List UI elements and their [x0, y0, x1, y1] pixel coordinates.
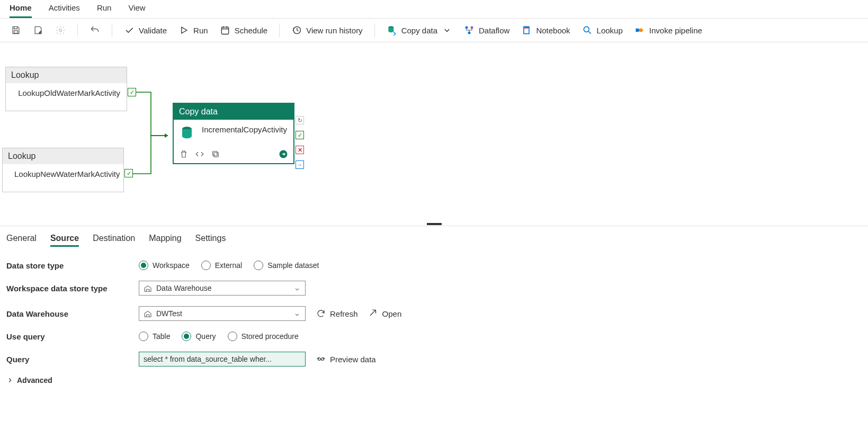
history-icon: [291, 25, 302, 35]
retry-port-icon[interactable]: ↻: [296, 116, 304, 124]
activity-settings-tabs: General Source Destination Mapping Setti…: [0, 226, 868, 252]
svg-rect-0: [14, 31, 18, 33]
svg-point-19: [321, 358, 324, 361]
code-icon[interactable]: [195, 149, 204, 159]
success-port-icon[interactable]: ✓: [296, 131, 304, 139]
select-workspace-ds-type[interactable]: Data Warehouse: [139, 281, 306, 296]
svg-rect-2: [221, 27, 228, 34]
menu-tab-run[interactable]: Run: [97, 3, 112, 18]
top-menu: Home Activities Run View: [0, 0, 868, 19]
radio-sample-dataset[interactable]: Sample dataset: [254, 261, 319, 270]
warehouse-icon: [144, 284, 152, 293]
tab-destination[interactable]: Destination: [93, 231, 135, 247]
run-activity-icon[interactable]: [279, 149, 288, 159]
preview-data-button[interactable]: Preview data: [316, 354, 376, 364]
skip-port-icon[interactable]: →: [296, 160, 304, 169]
activity-type-label: Lookup: [6, 67, 127, 83]
success-port-icon[interactable]: ✓: [124, 169, 133, 177]
validate-button[interactable]: Validate: [121, 23, 170, 38]
activity-name-label: IncrementalCopyActivity: [202, 125, 287, 135]
menu-tab-activities[interactable]: Activities: [49, 3, 80, 18]
lookup-button[interactable]: Lookup: [579, 23, 626, 38]
radio-workspace[interactable]: Workspace: [139, 261, 190, 270]
svg-point-18: [318, 358, 321, 361]
notebook-icon: [521, 25, 532, 35]
tab-general[interactable]: General: [6, 231, 37, 247]
tab-source[interactable]: Source: [50, 231, 79, 247]
search-icon: [12, 88, 13, 105]
svg-point-5: [466, 26, 468, 29]
svg-point-7: [468, 32, 471, 34]
pipeline-icon: [634, 25, 645, 35]
chevron-down-icon: [293, 285, 301, 293]
gear-icon: [55, 25, 66, 35]
settings-gear-button[interactable]: [52, 23, 69, 38]
tab-settings[interactable]: Settings: [195, 231, 226, 247]
svg-point-12: [12, 95, 13, 95]
label-query: Query: [6, 355, 128, 364]
label-workspace-ds-type: Workspace data store type: [6, 284, 128, 293]
undo-button[interactable]: [86, 23, 103, 38]
label-use-query: Use query: [6, 332, 128, 341]
radio-query[interactable]: Query: [182, 332, 216, 341]
refresh-button[interactable]: Refresh: [316, 309, 358, 318]
open-button[interactable]: Open: [369, 309, 402, 318]
menu-tab-view[interactable]: View: [128, 3, 145, 18]
play-icon: [178, 25, 189, 35]
copy-data-button[interactable]: Copy data: [383, 23, 455, 38]
database-arrow-icon: [387, 25, 397, 35]
svg-rect-16: [213, 151, 217, 156]
select-data-warehouse[interactable]: DWTest: [139, 306, 306, 321]
activity-type-label: Copy data: [174, 104, 293, 120]
menu-tab-home[interactable]: Home: [10, 3, 32, 18]
save-as-button[interactable]: [30, 23, 47, 38]
svg-rect-10: [524, 27, 529, 29]
view-run-history-button[interactable]: View run history: [288, 23, 365, 38]
svg-point-11: [584, 26, 589, 32]
activity-lookup-new[interactable]: Lookup LookupNewWaterMarkActivity: [2, 148, 124, 192]
run-button[interactable]: Run: [175, 23, 211, 38]
save-as-icon: [33, 25, 43, 35]
chevron-down-icon: [442, 25, 452, 35]
source-form: Data store type Workspace External Sampl…: [0, 252, 868, 395]
query-input[interactable]: select * from data_source_table wher...: [139, 352, 306, 367]
advanced-toggle[interactable]: Advanced: [6, 372, 862, 385]
activity-toolbar: [174, 147, 293, 163]
pipeline-canvas[interactable]: Lookup LookupOldWaterMarkActivity ✓ Look…: [0, 42, 868, 222]
activity-lookup-old[interactable]: Lookup LookupOldWaterMarkActivity: [5, 67, 127, 111]
activity-name-label: LookupOldWaterMarkActivity: [18, 88, 120, 98]
notebook-button[interactable]: Notebook: [518, 23, 573, 38]
calendar-icon: [220, 25, 230, 35]
check-icon: [124, 25, 135, 35]
svg-point-6: [471, 26, 473, 29]
label-data-warehouse: Data Warehouse: [6, 309, 128, 318]
dataflow-icon: [464, 25, 475, 35]
tab-mapping[interactable]: Mapping: [149, 231, 181, 247]
save-button[interactable]: [7, 23, 24, 38]
failure-port-icon[interactable]: ✕: [296, 146, 304, 154]
activity-copy-data[interactable]: Copy data IncrementalCopyActivity: [173, 103, 294, 164]
activity-name-label: LookupNewWaterMarkActivity: [14, 169, 120, 179]
toolbar: Validate Run Schedule View run history C…: [0, 19, 868, 42]
schedule-button[interactable]: Schedule: [217, 23, 271, 38]
undo-icon: [90, 25, 100, 35]
radio-table[interactable]: Table: [139, 332, 170, 341]
svg-rect-15: [214, 153, 218, 157]
radio-stored-proc[interactable]: Stored procedure: [228, 332, 299, 341]
search-icon: [582, 25, 593, 35]
radio-external[interactable]: External: [201, 261, 242, 270]
dataflow-button[interactable]: Dataflow: [461, 23, 513, 38]
activity-type-label: Lookup: [3, 148, 123, 164]
invoke-pipeline-button[interactable]: Invoke pipeline: [631, 23, 705, 38]
delete-icon[interactable]: [179, 149, 189, 159]
chevron-down-icon: [293, 311, 301, 318]
success-port-icon[interactable]: ✓: [128, 88, 136, 96]
save-icon: [11, 25, 21, 35]
svg-point-1: [59, 29, 62, 32]
warehouse-icon: [144, 310, 152, 318]
copy-icon[interactable]: [211, 149, 220, 159]
database-icon: [180, 125, 196, 142]
label-data-store-type: Data store type: [6, 261, 128, 270]
